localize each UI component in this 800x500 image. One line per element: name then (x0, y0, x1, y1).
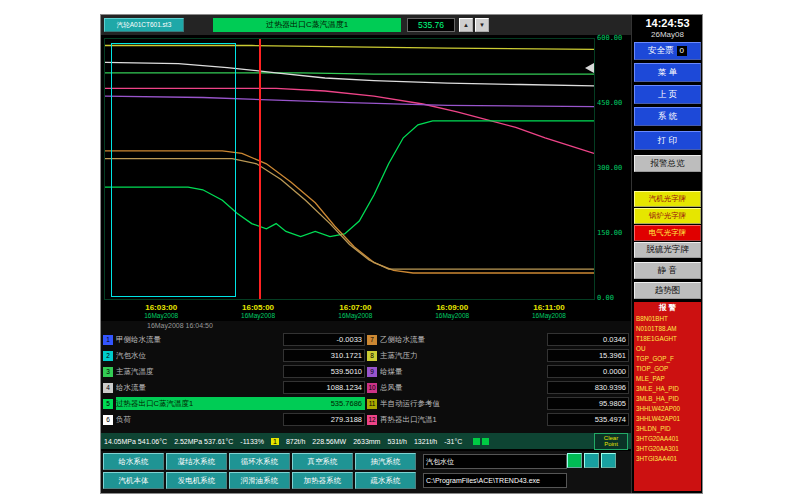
safety-ticket-count: 0 (677, 46, 687, 56)
status-value: -1133% (240, 438, 264, 445)
selected-pen-value: 535.76 (407, 18, 455, 32)
alarm-entry[interactable]: 3HTG20AA401 (634, 434, 701, 444)
fgd-annunciator-button[interactable]: 脱硫光字牌 (634, 242, 701, 258)
pen-down-icon[interactable]: ▼ (475, 18, 489, 32)
alarm-entry[interactable]: OU (634, 344, 701, 354)
status-value: 2633mm (353, 438, 380, 445)
legend-row[interactable]: 11半自动运行参考值95.9805 (367, 396, 629, 411)
alarm-entry[interactable]: B8N01BHT (634, 314, 701, 324)
system-button-row-2: 汽机本体发电机系统润滑油系统加热器系统疏水系统 (103, 472, 416, 489)
pen-current-value: 535.4974 (547, 413, 629, 426)
system-button[interactable]: 系 统 (634, 107, 701, 126)
legend-row[interactable]: 2汽包水位310.1721 (103, 348, 365, 363)
pen-legend: 16May2008 16:04:50 1甲侧给水流量-0.00332汽包水位31… (101, 321, 631, 433)
legend-row[interactable]: 3主蒸汽温度539.5010 (103, 364, 365, 379)
x-axis-time: 16:03:00 (137, 303, 185, 312)
legend-row[interactable]: 9给煤量0.0000 (367, 364, 629, 379)
alarm-summary-button[interactable]: 报警总览 (634, 155, 701, 172)
pen-color-swatch: 3 (103, 367, 113, 377)
pen-color-swatch: 2 (103, 351, 113, 361)
mute-button[interactable]: 静 音 (634, 262, 701, 279)
legend-row[interactable]: 12再热器出口汽温1535.4974 (367, 412, 629, 427)
safety-ticket-button[interactable]: 安全票 0 (634, 42, 701, 60)
x-axis-date: 16May2008 (137, 312, 185, 319)
system-page-button[interactable]: 给水系统 (103, 453, 164, 470)
legend-row[interactable]: 7乙侧给水流量0.0346 (367, 332, 629, 347)
clear-point-button[interactable]: Clear Point (594, 433, 628, 450)
pen-color-swatch: 10 (367, 383, 377, 393)
boiler-annunciator-button[interactable]: 锅炉光字牌 (634, 208, 701, 224)
ack-button[interactable] (567, 453, 582, 468)
alarm-list: B8N01BHTN0101T88.AMT18E1GAGHTOUTGP_GOP_F… (634, 314, 701, 464)
alarm-entry[interactable]: MLE_PAP (634, 374, 701, 384)
system-page-button[interactable]: 循环水系统 (229, 453, 290, 470)
alarm-entry[interactable]: 3MLB_HA_PID (634, 394, 701, 404)
system-button-row-1: 给水系统凝结水系统循环水系统真空系统抽汽系统 (103, 453, 416, 470)
status-indicators (473, 438, 489, 445)
y-axis-label: 150.00 (597, 229, 631, 237)
electrical-annunciator-button[interactable]: 电气光字牌 (634, 225, 701, 241)
status-value: 1321t/h (414, 438, 437, 445)
x-axis-time: 16:11:00 (525, 303, 573, 312)
alarm-entry[interactable]: 3HLDN_PID (634, 424, 701, 434)
pen-current-value: 310.1721 (283, 349, 365, 362)
alarm-entry[interactable]: N0101T88.AM (634, 324, 701, 334)
pen-current-value: -0.0033 (283, 333, 365, 346)
system-navigation-bar: 给水系统凝结水系统循环水系统真空系统抽汽系统 汽机本体发电机系统润滑油系统加热器… (101, 451, 631, 493)
legend-row[interactable]: 8主蒸汽压力15.3961 (367, 348, 629, 363)
system-page-button[interactable]: 润滑油系统 (229, 472, 290, 489)
system-page-button[interactable]: 加热器系统 (292, 472, 353, 489)
legend-row[interactable]: 6负荷279.3188 (103, 412, 365, 427)
page-up-button[interactable]: 上 页 (634, 85, 701, 104)
point-name-input[interactable]: 汽包水位 (423, 454, 567, 469)
system-page-button[interactable]: 抽汽系统 (355, 453, 416, 470)
alarm-entry[interactable]: T18E1GAGHT (634, 334, 701, 344)
system-page-button[interactable]: 疏水系统 (355, 472, 416, 489)
pen-current-value: 95.9805 (547, 397, 629, 410)
status-indicator-icon (473, 438, 480, 445)
pen-current-value: 0.0346 (547, 333, 629, 346)
status-indicator-icon (482, 438, 489, 445)
command-line-input[interactable]: C:\ProgramFiles\ACE\TREND43.exe (423, 473, 567, 488)
clock-time: 14:24:53 (632, 17, 703, 29)
trend-plot[interactable] (104, 38, 595, 300)
pen-color-swatch: 6 (103, 415, 113, 425)
tools-button[interactable] (584, 453, 599, 468)
turbine-annunciator-button[interactable]: 汽机光字牌 (634, 191, 701, 207)
legend-left-column: 1甲侧给水流量-0.00332汽包水位310.17213主蒸汽温度539.501… (103, 332, 365, 428)
safety-ticket-label: 安全票 (648, 45, 674, 57)
pen-current-value: 0.0000 (547, 365, 629, 378)
system-page-button[interactable]: 发电机系统 (166, 472, 227, 489)
trend-button[interactable]: 趋势图 (634, 282, 701, 299)
alarm-entry[interactable]: 3HHLW42AP00 (634, 404, 701, 414)
time-cursor-line[interactable] (259, 39, 261, 299)
system-page-button[interactable]: 凝结水系统 (166, 453, 227, 470)
legend-row[interactable]: 1甲侧给水流量-0.0033 (103, 332, 365, 347)
pen-name: 给水流量 (116, 381, 283, 394)
alarm-entry[interactable]: 3HHLW42AP01 (634, 414, 701, 424)
cursor-timestamp: 16May2008 16:04:50 (147, 322, 213, 329)
keyboard-button[interactable] (601, 453, 616, 468)
alarm-entry[interactable]: TIOP_GOP (634, 364, 701, 374)
legend-row[interactable]: 5过热器出口C蒸汽温度1535.7686 (103, 396, 365, 411)
alarm-entry[interactable]: 3HTGI3AA401 (634, 454, 701, 464)
pen-current-value: 15.3961 (547, 349, 629, 362)
print-button[interactable]: 打 印 (634, 131, 701, 150)
trend-file-button[interactable]: 汽轮A01CT601.st3 (104, 18, 184, 32)
scale-marker-icon[interactable] (585, 63, 594, 73)
alarm-entry[interactable]: 3MLE_HA_PID (634, 384, 701, 394)
pen-name: 负荷 (116, 413, 283, 426)
status-value: 531t/h (387, 438, 406, 445)
alarm-entry[interactable]: TGP_GOP_F (634, 354, 701, 364)
pen-up-icon[interactable]: ▲ (459, 18, 473, 32)
selected-pen-label[interactable]: 过热器出口C蒸汽温度1 (213, 18, 401, 32)
x-axis-date: 16May2008 (428, 312, 476, 319)
system-page-button[interactable]: 真空系统 (292, 453, 353, 470)
legend-row[interactable]: 10总风量830.9396 (367, 380, 629, 395)
system-page-button[interactable]: 汽机本体 (103, 472, 164, 489)
alarm-entry[interactable]: 3HTG20AA301 (634, 444, 701, 454)
menu-button[interactable]: 菜 单 (634, 63, 701, 82)
pen-current-value: 539.5010 (283, 365, 365, 378)
legend-row[interactable]: 4给水流量1088.1234 (103, 380, 365, 395)
x-axis-label: 16:07:0016May2008 (331, 303, 379, 319)
